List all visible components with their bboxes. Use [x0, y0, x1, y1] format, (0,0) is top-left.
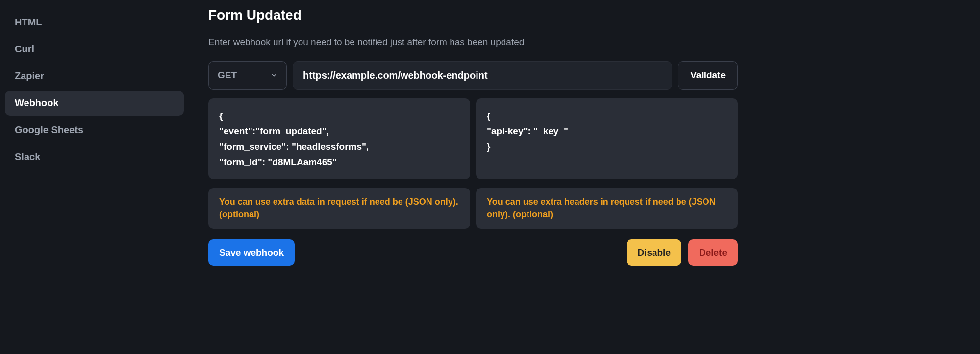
headers-hint-text: You can use extra headers in request if …: [476, 188, 738, 228]
sidebar-item-webhook[interactable]: Webhook: [5, 91, 184, 116]
chevron-down-icon: [271, 72, 277, 79]
delete-button[interactable]: Delete: [688, 239, 738, 266]
sidebar-item-slack[interactable]: Slack: [5, 144, 184, 169]
page-title: Form Updated: [208, 7, 738, 23]
request-headers-editor[interactable]: { "api-key": "_key_" }: [476, 98, 738, 179]
validate-button[interactable]: Validate: [678, 61, 738, 90]
hint-row: You can use extra data in request if nee…: [208, 188, 738, 228]
request-body-editor[interactable]: { "event":"form_updated", "form_service"…: [208, 98, 470, 179]
sidebar-item-google-sheets[interactable]: Google Sheets: [5, 118, 184, 142]
sidebar: HTML Curl Zapier Webhook Google Sheets S…: [0, 0, 189, 354]
request-row: GET Validate: [208, 61, 738, 90]
save-webhook-button[interactable]: Save webhook: [208, 239, 295, 266]
webhook-url-input[interactable]: [293, 61, 672, 90]
code-row: { "event":"form_updated", "form_service"…: [208, 98, 738, 179]
http-method-select[interactable]: GET: [208, 61, 287, 90]
page-subtitle: Enter webhook url if you need to be noti…: [208, 37, 738, 47]
sidebar-item-curl[interactable]: Curl: [5, 37, 184, 62]
body-hint-text: You can use extra data in request if nee…: [208, 188, 470, 228]
disable-button[interactable]: Disable: [627, 239, 681, 266]
action-row: Save webhook Disable Delete: [208, 239, 738, 266]
sidebar-item-html[interactable]: HTML: [5, 10, 184, 35]
main-content: Form Updated Enter webhook url if you ne…: [189, 0, 757, 354]
sidebar-item-zapier[interactable]: Zapier: [5, 64, 184, 89]
http-method-label: GET: [218, 70, 237, 81]
